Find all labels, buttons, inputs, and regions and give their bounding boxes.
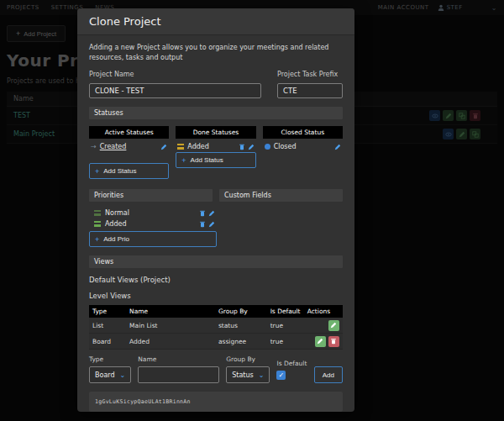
status-name: Closed bbox=[274, 143, 331, 150]
status-item-created[interactable]: → Created bbox=[89, 139, 169, 152]
active-statuses-column: Active Statuses → Created + Add Status bbox=[89, 126, 169, 179]
level-views-table-header: Type Name Group By Is Default Actions bbox=[89, 305, 343, 318]
view-is-default: true bbox=[270, 338, 307, 345]
modal-description: Adding a new Project allows you to organ… bbox=[89, 43, 341, 63]
add-view-button[interactable]: Add bbox=[314, 366, 343, 383]
chevron-down-icon: ⌄ bbox=[259, 371, 265, 379]
edit-icon[interactable] bbox=[160, 144, 167, 150]
edit-icon[interactable] bbox=[248, 144, 255, 150]
pencil-icon bbox=[317, 338, 323, 345]
view-name: Main List bbox=[129, 322, 218, 329]
trash-icon[interactable] bbox=[239, 144, 245, 150]
add-prio-label: Add Prio bbox=[103, 235, 129, 243]
level-views-table: Type Name Group By Is Default Actions Li… bbox=[89, 305, 343, 350]
priority-name: Normal bbox=[105, 209, 195, 217]
form-name-label: Name bbox=[138, 355, 219, 363]
closed-status-title: Closed Status bbox=[263, 126, 343, 139]
edit-view-button[interactable] bbox=[328, 320, 339, 331]
group-by-select-value: Status bbox=[232, 371, 254, 379]
trash-icon bbox=[330, 338, 337, 345]
view-name: Added bbox=[129, 338, 218, 345]
view-name-input[interactable] bbox=[138, 366, 219, 383]
plus-icon: + bbox=[95, 169, 99, 174]
statuses-section-header: Statuses bbox=[89, 107, 343, 119]
edit-icon[interactable] bbox=[208, 210, 215, 217]
drag-handle-icon[interactable] bbox=[94, 221, 101, 227]
active-statuses-title: Active Statuses bbox=[89, 126, 169, 139]
form-is-default-label: Is Default bbox=[276, 360, 307, 367]
trash-icon[interactable] bbox=[199, 210, 206, 217]
add-status-label: Add Status bbox=[103, 167, 136, 175]
priority-item-normal[interactable]: Normal bbox=[89, 208, 217, 218]
chevron-down-icon: ⌄ bbox=[120, 371, 126, 379]
add-status-label: Add Status bbox=[191, 156, 223, 164]
drag-handle-icon[interactable] bbox=[94, 210, 101, 216]
add-prio-button[interactable]: + Add Prio bbox=[89, 231, 217, 247]
custom-fields-section-header: Custom Fields bbox=[219, 189, 343, 202]
task-prefix-input[interactable] bbox=[277, 83, 343, 98]
priorities-list: Normal Added bbox=[89, 208, 217, 229]
level-views-label: Level Views bbox=[89, 292, 343, 300]
edit-view-button[interactable] bbox=[315, 336, 326, 347]
col-type: Type bbox=[92, 308, 129, 315]
arrow-right-icon: → bbox=[91, 143, 97, 150]
drag-handle-icon[interactable] bbox=[177, 144, 184, 150]
project-name-input[interactable] bbox=[89, 83, 261, 98]
priority-name: Added bbox=[105, 220, 195, 228]
views-section-header: Views bbox=[89, 255, 343, 268]
project-token: 1gGvLuKSicypQaeULAt1BRinnAn bbox=[89, 392, 343, 412]
form-group-by-label: Group By bbox=[226, 355, 270, 363]
delete-view-button[interactable] bbox=[328, 336, 339, 347]
plus-icon: + bbox=[95, 237, 99, 242]
task-prefix-label: Project Task Prefix bbox=[277, 71, 343, 78]
add-view-form: Type Board ⌄ Name Group By Status ⌄ Is D… bbox=[89, 355, 343, 383]
col-group-by: Group By bbox=[218, 308, 270, 315]
table-row: List Main List status true bbox=[89, 318, 343, 334]
table-row: Board Added assignee true bbox=[89, 334, 343, 350]
add-status-button[interactable]: + Add Status bbox=[176, 152, 255, 168]
edit-icon[interactable] bbox=[208, 221, 215, 228]
type-select-value: Board bbox=[95, 371, 115, 379]
pencil-icon bbox=[330, 322, 337, 329]
trash-icon[interactable] bbox=[199, 221, 206, 228]
default-views-label: Default Views (Project) bbox=[89, 276, 343, 284]
project-name-label: Project Name bbox=[89, 71, 267, 78]
clone-project-modal: Clone Project Adding a new Project allow… bbox=[77, 8, 354, 412]
view-type: Board bbox=[92, 338, 129, 345]
view-group-by: assignee bbox=[218, 338, 270, 345]
priority-item-added[interactable]: Added bbox=[89, 218, 217, 229]
add-status-button[interactable]: + Add Status bbox=[89, 163, 169, 179]
plus-icon: + bbox=[181, 158, 186, 163]
view-type: List bbox=[92, 322, 129, 329]
edit-icon[interactable] bbox=[334, 144, 341, 150]
status-name: Added bbox=[187, 143, 234, 150]
view-is-default: true bbox=[270, 322, 307, 329]
is-default-checkbox[interactable]: ✓ bbox=[276, 371, 286, 380]
col-actions: Actions bbox=[307, 308, 339, 315]
closed-status-column: Closed Status Closed bbox=[263, 126, 343, 179]
status-item-added[interactable]: Added bbox=[176, 139, 255, 152]
status-dot-icon bbox=[265, 144, 270, 150]
done-statuses-column: Done Statuses Added + Add Status bbox=[176, 126, 255, 179]
status-name: Created bbox=[100, 143, 158, 150]
modal-title: Clone Project bbox=[77, 8, 354, 35]
priorities-section-header: Priorities bbox=[89, 189, 213, 202]
form-type-label: Type bbox=[89, 355, 131, 363]
view-group-by: status bbox=[218, 322, 270, 329]
col-name: Name bbox=[129, 308, 218, 315]
done-statuses-title: Done Statuses bbox=[176, 126, 255, 139]
group-by-select[interactable]: Status ⌄ bbox=[226, 366, 270, 383]
col-is-default: Is Default bbox=[270, 308, 307, 315]
status-item-closed[interactable]: Closed bbox=[263, 139, 343, 152]
type-select[interactable]: Board ⌄ bbox=[89, 366, 131, 383]
